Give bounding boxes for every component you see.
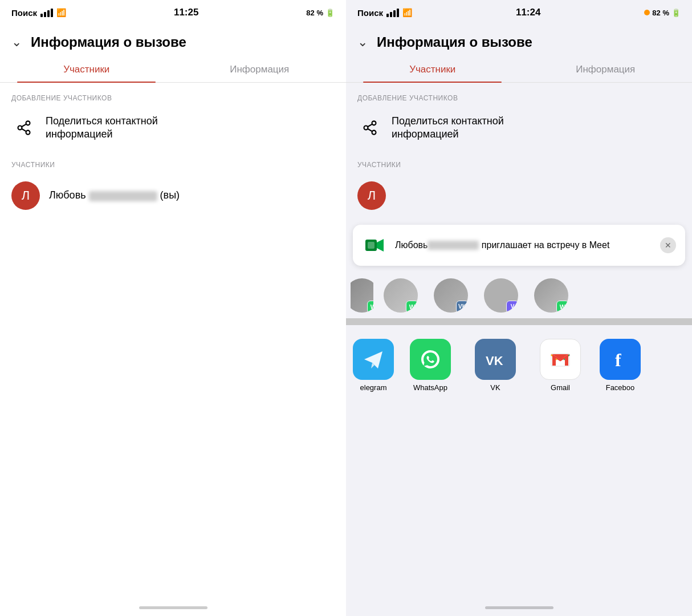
contact-avatar-5: W	[534, 278, 568, 313]
share-contact-item-left[interactable]: Поделиться контактнойинформацией	[0, 107, 346, 149]
contact-item-2[interactable]: W	[378, 278, 424, 313]
section-add-participants-left: ДОБАВЛЕНИЕ УЧАСТНИКОВ	[0, 83, 346, 107]
whatsapp-badge-2: W	[406, 301, 418, 313]
wifi-icon-right: 📶	[402, 8, 412, 17]
telegram-label: elegram	[360, 383, 387, 392]
section-participants-left: УЧАСТНИКИ	[0, 149, 346, 173]
battery-left: 82 % 🔋	[306, 9, 335, 17]
left-header: ⌄ Информация о вызове	[0, 25, 346, 57]
time-right: 11:24	[516, 7, 540, 18]
home-bar-left	[139, 606, 207, 609]
right-tabs: Участники Информация	[346, 57, 692, 83]
meet-icon	[362, 233, 387, 258]
notification-banner[interactable]: Любовь приглашает на встречу в Meet ✕	[353, 225, 685, 266]
contact-avatar-3: VK	[434, 278, 468, 313]
tab-participants-left[interactable]: Участники	[0, 57, 173, 82]
chevron-down-icon-left[interactable]: ⌄	[11, 35, 22, 50]
svg-point-3	[372, 121, 376, 125]
chevron-down-icon-right[interactable]: ⌄	[357, 35, 368, 50]
app-item-vk[interactable]: VK VK	[465, 339, 526, 392]
vk-badge-3: VK	[456, 301, 468, 313]
partial-avatar-icon: Л	[357, 181, 386, 210]
tab-participants-right[interactable]: Участники	[346, 57, 519, 82]
share-icon-left	[14, 117, 34, 138]
participant-name-left: Любовь (вы)	[49, 189, 180, 201]
right-header: ⌄ Информация о вызове	[346, 25, 692, 57]
name-blur-notif	[428, 241, 479, 250]
notification-text: Любовь приглашает на встречу в Meet	[395, 239, 652, 252]
app-item-telegram[interactable]: elegram	[351, 339, 396, 392]
contact-item-3[interactable]: VK	[428, 278, 474, 313]
battery-icon-right: 🔋	[671, 9, 681, 17]
section-participants-right: УЧАСТНИКИ	[346, 149, 692, 173]
contact-item-1[interactable]: W	[351, 278, 373, 313]
battery-right: 82 % 🔋	[644, 9, 681, 17]
participant-item-left[interactable]: Л Любовь (вы)	[0, 173, 346, 218]
page-title-left: Информация о вызове	[31, 34, 186, 50]
contact-item-5[interactable]: W	[528, 278, 574, 313]
svg-point-0	[26, 121, 30, 125]
vk-label: VK	[490, 383, 500, 392]
partial-participant-right: Л	[346, 173, 692, 218]
sheet-spacer	[346, 325, 692, 330]
whatsapp-label: WhatsApp	[413, 383, 447, 392]
share-contact-item-right[interactable]: Поделиться контактнойинформацией	[346, 107, 692, 149]
share-icon-wrap-left	[11, 115, 36, 140]
svg-rect-9	[368, 242, 375, 249]
app-item-gmail[interactable]: Gmail	[530, 339, 591, 392]
status-left-right: Поиск 📶	[357, 8, 412, 18]
orange-dot-right	[644, 10, 650, 15]
tab-info-left[interactable]: Информация	[173, 57, 347, 82]
status-right-left: 82 % 🔋	[306, 9, 335, 17]
share-contact-label-left: Поделиться контактнойинформацией	[46, 115, 158, 141]
svg-point-2	[26, 131, 30, 135]
whatsapp-badge-5: W	[556, 301, 568, 313]
gmail-label: Gmail	[551, 383, 570, 392]
contact-avatar-1: W	[351, 278, 373, 313]
app-item-whatsapp[interactable]: WhatsApp	[400, 339, 461, 392]
left-panel: Поиск 📶 11:25 82 % 🔋 ⌄ Информация о вызо…	[0, 0, 346, 616]
right-panel: Поиск 📶 11:24 82 % 🔋 ⌄ Информация о вызо…	[346, 0, 692, 616]
facebook-label: Faceboo	[606, 383, 635, 392]
whatsapp-badge-1: W	[367, 301, 373, 313]
svg-text:f: f	[615, 350, 621, 370]
contact-item-4[interactable]: V	[478, 278, 524, 313]
share-icon-right	[360, 117, 380, 138]
page-title-right: Информация о вызове	[377, 34, 532, 50]
status-left: Поиск 📶	[11, 8, 66, 18]
home-indicator-left	[0, 599, 346, 616]
svg-point-1	[18, 126, 22, 130]
svg-point-4	[364, 126, 368, 130]
contact-avatar-2: W	[384, 278, 418, 313]
telegram-app-icon	[353, 339, 394, 380]
avatar-left: Л	[11, 181, 40, 210]
facebook-app-icon: f	[600, 339, 641, 380]
share-contact-label-right: Поделиться контактнойинформацией	[392, 115, 504, 141]
tab-info-right[interactable]: Информация	[519, 57, 693, 82]
whatsapp-app-icon	[410, 339, 451, 380]
viber-badge-4: V	[506, 301, 518, 313]
contacts-row: W W VK	[346, 273, 692, 318]
carrier-left: Поиск	[11, 8, 37, 18]
battery-icon-left: 🔋	[325, 9, 335, 17]
app-item-facebook[interactable]: f Faceboo	[595, 339, 646, 392]
close-notification-button[interactable]: ✕	[660, 237, 676, 253]
contact-avatar-4: V	[484, 278, 518, 313]
signal-icon-right	[386, 9, 399, 17]
time-left: 11:25	[174, 7, 198, 18]
svg-text:VK: VK	[486, 354, 503, 368]
vk-app-icon: VK	[475, 339, 516, 380]
share-icon-wrap-right	[357, 115, 382, 140]
right-status-bar: Поиск 📶 11:24 82 % 🔋	[346, 0, 692, 25]
carrier-right: Поиск	[357, 8, 383, 18]
signal-icon-left	[40, 9, 53, 17]
svg-point-5	[372, 131, 376, 135]
home-bar-right	[485, 606, 553, 609]
left-tabs: Участники Информация	[0, 57, 346, 83]
gmail-app-icon	[540, 339, 581, 380]
section-add-participants-right: ДОБАВЛЕНИЕ УЧАСТНИКОВ	[346, 83, 692, 107]
wifi-icon-left: 📶	[56, 8, 66, 17]
status-right-right: 82 % 🔋	[644, 9, 681, 17]
scroll-bar-area	[346, 318, 692, 325]
left-status-bar: Поиск 📶 11:25 82 % 🔋	[0, 0, 346, 25]
